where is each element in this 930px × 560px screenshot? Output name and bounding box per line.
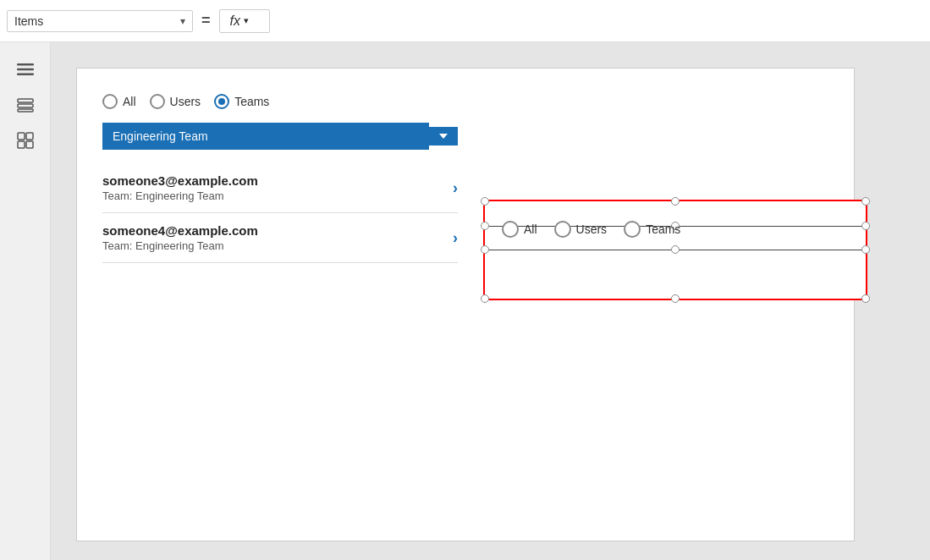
equals-sign: = [196, 12, 216, 30]
radio-all-circle [102, 94, 118, 109]
items-dropdown-label: Items [14, 14, 173, 28]
app-preview: All Users Teams Engineering Team someon [76, 68, 855, 541]
selected-component[interactable]: All Users Teams [483, 200, 867, 300]
handle-top-left[interactable] [481, 197, 489, 206]
sel-radio-all-circle [502, 221, 519, 238]
radio-users[interactable]: Users [150, 94, 201, 109]
sel-radio-all[interactable]: All [502, 221, 537, 238]
layers-icon[interactable] [15, 95, 36, 115]
handle-mid-right-lower[interactable] [861, 245, 870, 254]
handle-bottom-right[interactable] [861, 294, 870, 303]
canvas: All Users Teams Engineering Team someon [51, 42, 930, 560]
fx-arrow: ▾ [244, 15, 249, 26]
list-item-2-chevron: › [453, 229, 458, 247]
radio-teams-label: Teams [234, 95, 269, 108]
sel-radio-users-circle [554, 221, 571, 238]
sel-radio-teams-circle [624, 221, 641, 238]
radio-teams-circle [214, 94, 229, 109]
svg-rect-1 [17, 69, 34, 71]
sel-radio-teams[interactable]: Teams [624, 221, 680, 238]
sidebar [0, 42, 51, 560]
selected-radio-group: All Users Teams [485, 206, 697, 253]
svg-rect-3 [18, 99, 33, 102]
toolbar: Items ▾ = fx ▾ [0, 0, 930, 42]
dropdown-container: Engineering Team [102, 123, 458, 150]
dropdown-arrow-btn[interactable] [429, 127, 458, 145]
handle-top-right[interactable] [861, 197, 870, 206]
dropdown-chevron-icon [439, 134, 448, 139]
list-item-2-content: someone4@example.com Team: Engineering T… [102, 223, 258, 252]
handle-bottom-center[interactable] [671, 294, 680, 303]
radio-group-main: All Users Teams [102, 94, 828, 109]
handle-mid-right-upper[interactable] [861, 222, 870, 230]
svg-rect-0 [17, 63, 34, 66]
radio-users-circle [150, 94, 165, 109]
list-item-1-content: someone3@example.com Team: Engineering T… [102, 173, 258, 202]
list-item-1-chevron: › [453, 179, 458, 197]
list-item-2-name: someone4@example.com [102, 223, 258, 238]
radio-users-label: Users [170, 95, 201, 108]
sel-radio-teams-label: Teams [646, 222, 680, 236]
items-dropdown-arrow: ▾ [180, 15, 185, 27]
hamburger-icon[interactable] [15, 59, 36, 80]
list-item-1[interactable]: someone3@example.com Team: Engineering T… [102, 163, 458, 213]
grid-icon[interactable] [15, 130, 36, 151]
sel-radio-users[interactable]: Users [554, 221, 608, 238]
handle-bottom-left[interactable] [481, 294, 489, 303]
list-item-2-sub: Team: Engineering Team [102, 239, 258, 252]
svg-rect-6 [18, 133, 25, 140]
radio-all[interactable]: All [102, 94, 136, 109]
radio-teams[interactable]: Teams [214, 94, 269, 109]
svg-rect-7 [26, 133, 33, 140]
svg-rect-9 [26, 141, 33, 148]
selected-component-inner: All Users Teams [485, 201, 866, 299]
radio-all-label: All [123, 95, 136, 108]
fx-bar[interactable]: fx ▾ [219, 9, 270, 33]
list-item-1-sub: Team: Engineering Team [102, 189, 258, 202]
handle-top-center[interactable] [671, 197, 680, 206]
svg-rect-2 [17, 74, 34, 76]
list-item-1-name: someone3@example.com [102, 173, 258, 188]
svg-rect-4 [18, 104, 33, 107]
fx-label: fx [230, 14, 240, 29]
team-dropdown[interactable]: Engineering Team [102, 123, 429, 150]
list-item-2[interactable]: someone4@example.com Team: Engineering T… [102, 213, 458, 263]
sel-radio-users-label: Users [576, 222, 608, 236]
sel-radio-all-label: All [524, 222, 537, 236]
svg-rect-5 [18, 109, 33, 112]
team-dropdown-value: Engineering Team [113, 129, 208, 143]
items-dropdown[interactable]: Items ▾ [7, 10, 193, 32]
svg-rect-8 [18, 141, 25, 148]
